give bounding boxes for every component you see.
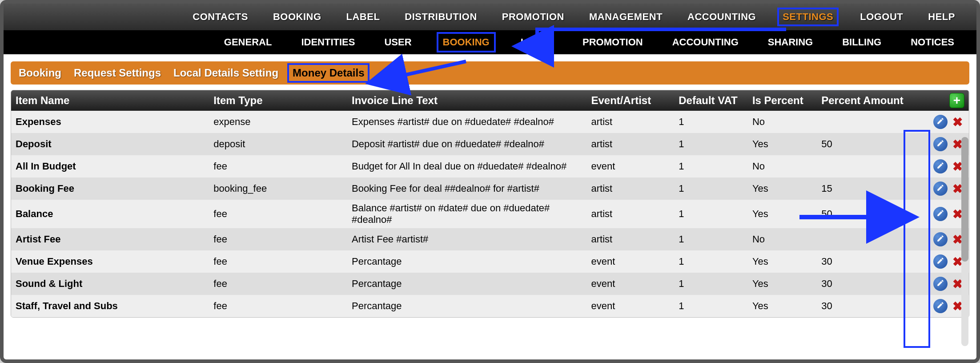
col-default-vat: Default VAT <box>674 90 748 111</box>
cell-invoice-line: Percantage <box>347 250 587 273</box>
cell-invoice-line: Deposit #artist# due on #duedate# #dealn… <box>347 133 587 155</box>
topnav-label[interactable]: LABEL <box>343 9 384 24</box>
col-item-type: Item Type <box>209 90 347 111</box>
tab-local-details-setting[interactable]: Local Details Setting <box>170 65 282 81</box>
content-area: Item Name Item Type Invoice Line Text Ev… <box>4 85 976 323</box>
subnav-user[interactable]: USER <box>380 34 416 51</box>
pencil-icon <box>936 256 944 267</box>
cell-item-name: Venue Expenses <box>11 250 209 273</box>
edit-row-button[interactable] <box>933 137 948 151</box>
cell-item-type: fee <box>209 155 347 177</box>
cell-item-name: Expenses <box>11 111 209 133</box>
topnav-booking[interactable]: BOOKING <box>269 9 325 24</box>
cell-percent-amount: 30 <box>817 250 923 273</box>
vertical-scrollbar[interactable] <box>961 137 968 346</box>
delete-row-button[interactable]: ✖ <box>950 115 964 129</box>
cell-item-type: fee <box>209 200 347 228</box>
cell-item-name: Artist Fee <box>11 228 209 250</box>
cell-item-name: Deposit <box>11 133 209 155</box>
cell-is-percent: Yes <box>748 177 817 200</box>
cell-invoice-line: Artist Fee #artist# <box>347 228 587 250</box>
edit-row-button[interactable] <box>933 254 948 269</box>
cell-item-type: expense <box>209 111 347 133</box>
cell-item-type: deposit <box>209 133 347 155</box>
cell-event-artist: event <box>586 273 674 295</box>
edit-row-button[interactable] <box>933 299 948 313</box>
topnav-contacts[interactable]: CONTACTS <box>189 9 252 24</box>
edit-row-button[interactable] <box>933 115 948 129</box>
table-row: All In BudgetfeeBudget for All In deal d… <box>11 155 969 177</box>
cell-event-artist: artist <box>586 228 674 250</box>
cell-is-percent: No <box>748 155 817 177</box>
table-row: Staff, Travel and SubsfeePercantageevent… <box>11 295 969 317</box>
subnav-label[interactable]: LABEL <box>516 34 558 51</box>
table-header-row: Item Name Item Type Invoice Line Text Ev… <box>11 90 969 111</box>
topnav-management[interactable]: MANAGEMENT <box>586 9 666 24</box>
top-nav: CONTACTS BOOKING LABEL DISTRIBUTION PROM… <box>4 4 976 30</box>
edit-row-button[interactable] <box>933 182 948 196</box>
cell-event-artist: artist <box>586 111 674 133</box>
cell-default-vat: 1 <box>674 155 748 177</box>
cell-default-vat: 1 <box>674 111 748 133</box>
table-row: Venue ExpensesfeePercantageevent1Yes30✖ <box>11 250 969 273</box>
cell-is-percent: Yes <box>748 250 817 273</box>
cell-event-artist: event <box>586 155 674 177</box>
pencil-icon <box>936 234 944 245</box>
cell-invoice-line: Percantage <box>347 273 587 295</box>
edit-row-button[interactable] <box>933 207 948 221</box>
subnav-general[interactable]: GENERAL <box>220 34 277 51</box>
add-row-button[interactable]: + <box>949 93 964 108</box>
topnav-distribution[interactable]: DISTRIBUTION <box>401 9 480 24</box>
col-item-name: Item Name <box>11 90 209 111</box>
col-percent-amount: Percent Amount <box>817 90 923 111</box>
tab-bar: Booking Request Settings Local Details S… <box>11 61 969 85</box>
subnav-sharing[interactable]: SHARING <box>763 34 817 51</box>
subnav-accounting[interactable]: ACCOUNTING <box>668 34 743 51</box>
cell-event-artist: artist <box>586 200 674 228</box>
table-row: BalancefeeBalance #artist# on #date# due… <box>11 200 969 228</box>
edit-row-button[interactable] <box>933 277 948 291</box>
cell-percent-amount: 30 <box>817 273 923 295</box>
sub-nav: GENERAL IDENTITIES USER BOOKING LABEL PR… <box>4 30 976 54</box>
cell-invoice-line: Percantage <box>347 295 587 317</box>
subnav-billing[interactable]: BILLING <box>838 34 886 51</box>
topnav-accounting[interactable]: ACCOUNTING <box>684 9 759 24</box>
cell-is-percent: No <box>748 228 817 250</box>
pencil-icon <box>936 116 944 128</box>
tab-request-settings[interactable]: Request Settings <box>70 65 165 81</box>
subnav-booking[interactable]: BOOKING <box>437 32 496 52</box>
tab-bar-wrap: Booking Request Settings Local Details S… <box>4 54 976 85</box>
cell-invoice-line: Expenses #artist# due on #duedate# #deal… <box>347 111 587 133</box>
cell-percent-amount <box>817 228 923 250</box>
tab-money-details[interactable]: Money Details <box>287 63 370 83</box>
cell-event-artist: artist <box>586 133 674 155</box>
topnav-help[interactable]: HELP <box>924 9 959 24</box>
table-row: Sound & LightfeePercantageevent1Yes30✖ <box>11 273 969 295</box>
cell-default-vat: 1 <box>674 200 748 228</box>
cell-invoice-line: Budget for All In deal due on #duedate# … <box>347 155 587 177</box>
scrollbar-thumb[interactable] <box>961 137 968 262</box>
tab-booking[interactable]: Booking <box>15 65 65 81</box>
cell-item-name: Staff, Travel and Subs <box>11 295 209 317</box>
cell-default-vat: 1 <box>674 177 748 200</box>
delete-icon: ✖ <box>952 115 963 129</box>
cell-item-type: booking_fee <box>209 177 347 200</box>
subnav-notices[interactable]: NOTICES <box>906 34 959 51</box>
cell-percent-amount <box>817 111 923 133</box>
cell-is-percent: No <box>748 111 817 133</box>
table-row: DepositdepositDeposit #artist# due on #d… <box>11 133 969 155</box>
topnav-promotion[interactable]: PROMOTION <box>498 9 568 24</box>
cell-is-percent: Yes <box>748 295 817 317</box>
subnav-promotion[interactable]: PROMOTION <box>578 34 647 51</box>
cell-default-vat: 1 <box>674 228 748 250</box>
cell-percent-amount <box>817 155 923 177</box>
subnav-identities[interactable]: IDENTITIES <box>297 34 359 51</box>
cell-default-vat: 1 <box>674 133 748 155</box>
cell-item-type: fee <box>209 295 347 317</box>
topnav-settings[interactable]: SETTINGS <box>777 8 839 26</box>
topnav-logout[interactable]: LOGOUT <box>856 9 907 24</box>
edit-row-button[interactable] <box>933 232 948 246</box>
cell-event-artist: artist <box>586 177 674 200</box>
pencil-icon <box>936 300 944 312</box>
edit-row-button[interactable] <box>933 159 948 173</box>
